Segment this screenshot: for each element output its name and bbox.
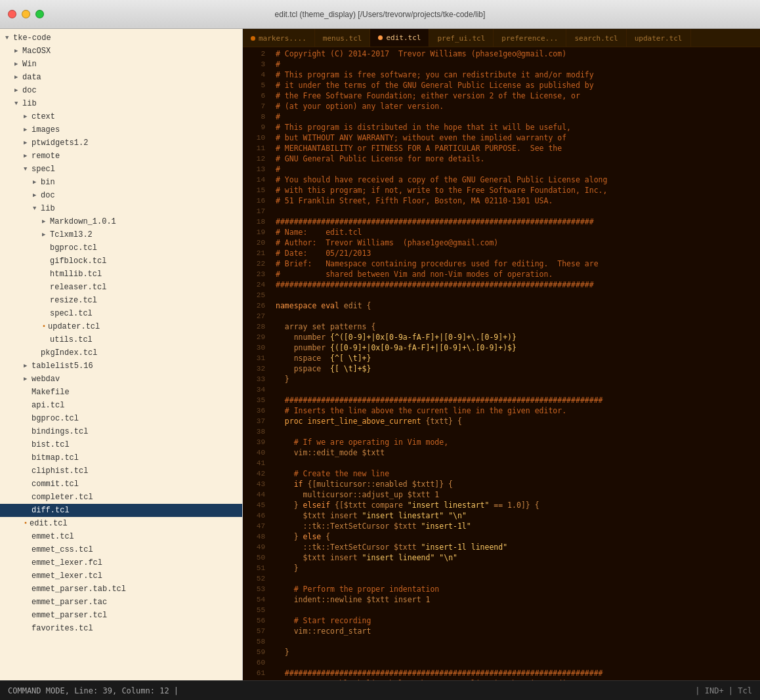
code-area: 2 3 4 5 6 7 8 9 10 11 12 13 14 15 16 17 … <box>243 47 760 680</box>
tree-item-label: Win <box>22 58 37 70</box>
list-item[interactable]: ▶ remote <box>0 150 242 163</box>
tree-item-label: specl.tcl <box>50 308 93 319</box>
tab-pref-ui[interactable]: pref_ui.tcl <box>429 29 494 47</box>
tree-item-label: diff.tcl <box>32 504 70 516</box>
list-item[interactable]: ▶ webdav <box>0 373 242 386</box>
tab-search[interactable]: search.tcl <box>566 29 626 47</box>
list-item[interactable]: ▶ MacOSX <box>0 45 242 58</box>
tree-item-label: htmllib.tcl <box>50 268 102 280</box>
expand-arrow: ▶ <box>33 176 41 188</box>
list-item[interactable]: ▶ emmet_lexer.tcl <box>0 569 242 583</box>
tab-updater[interactable]: updater.tcl <box>627 29 691 47</box>
tabs-bar: markers.... menus.tcl edit.tcl pref_ui.t… <box>243 29 760 47</box>
list-item[interactable]: ▶ ctext <box>0 110 242 123</box>
list-item[interactable]: ▶ tablelist5.16 <box>0 360 242 373</box>
expand-arrow: ▶ <box>14 72 22 83</box>
tree-item-label: emmet_parser.tab.tcl <box>32 583 126 595</box>
tree-item-label: emmet_lexer.tcl <box>32 570 102 582</box>
list-item[interactable]: ▶ resize.tcl <box>0 294 242 307</box>
main-layout: ▼ tke-code ▶ MacOSX ▶ Win ▶ data ▶ doc ▼… <box>0 29 760 680</box>
tree-root[interactable]: ▼ tke-code <box>0 31 242 45</box>
list-item[interactable]: ▶ emmet_css.tcl <box>0 543 242 556</box>
list-item[interactable]: ▪ updater.tcl <box>0 320 242 333</box>
expand-arrow: ▶ <box>24 360 32 372</box>
tab-edit[interactable]: edit.tcl <box>370 29 429 47</box>
file-indicator-icon: ▪ <box>24 518 28 529</box>
list-item[interactable]: ▶ emmet.tcl <box>0 530 242 543</box>
expand-arrow: ▼ <box>5 32 13 44</box>
tab-label: preference... <box>501 34 558 43</box>
list-item[interactable]: ▶ diff.tcl <box>0 504 242 517</box>
list-item[interactable]: ▶ emmet_lexer.fcl <box>0 556 242 569</box>
status-bar: COMMAND MODE, Line: 39, Column: 12 | | I… <box>0 680 760 700</box>
expand-arrow: ▶ <box>33 190 41 201</box>
status-left: COMMAND MODE, Line: 39, Column: 12 | <box>8 686 179 695</box>
list-item[interactable]: ▶ data <box>0 71 242 84</box>
list-item[interactable]: ▼ specl <box>0 163 242 176</box>
close-button[interactable] <box>8 10 16 18</box>
list-item[interactable]: ▶ doc <box>0 84 242 97</box>
tree-item-label: doc <box>22 85 37 96</box>
tree-item-label: bist.tcl <box>32 439 70 451</box>
list-item[interactable]: ▼ lib <box>0 97 242 110</box>
list-item[interactable]: ▶ emmet_parser.tcl <box>0 609 242 622</box>
file-tree: ▼ tke-code ▶ MacOSX ▶ Win ▶ data ▶ doc ▼… <box>0 29 243 680</box>
expand-arrow: ▼ <box>24 163 32 175</box>
tree-item-label: cliphist.tcl <box>32 465 88 477</box>
list-item[interactable]: ▶ releaser.tcl <box>0 281 242 294</box>
tab-label: markers.... <box>259 34 306 43</box>
list-item[interactable]: ▶ htmllib.tcl <box>0 268 242 281</box>
maximize-button[interactable] <box>35 10 44 18</box>
list-item[interactable]: ▶ specl.tcl <box>0 307 242 320</box>
tree-item-label: emmet_parser.tac <box>32 596 107 608</box>
tab-preference[interactable]: preference... <box>494 29 566 47</box>
list-item[interactable]: ▶ doc <box>0 189 242 202</box>
list-item[interactable]: ▪ edit.tcl <box>0 517 242 530</box>
expand-arrow: ▼ <box>33 203 41 215</box>
list-item[interactable]: ▼ lib <box>0 202 242 215</box>
tree-item-label: edit.tcl <box>30 518 68 529</box>
list-item[interactable]: ▶ emmet_parser.tab.tcl <box>0 583 242 596</box>
tree-item-label: completer.tcl <box>32 491 93 503</box>
tree-item-label: resize.tcl <box>50 295 97 306</box>
code-editor[interactable]: # Copyright (C) 2014-2017 Trevor William… <box>270 47 760 680</box>
list-item[interactable]: ▶ ptwidgets1.2 <box>0 136 242 150</box>
tree-item-label: Markdown_1.0.1 <box>50 216 116 228</box>
tree-item-label: images <box>32 124 60 136</box>
list-item[interactable]: ▶ bindings.tcl <box>0 425 242 438</box>
expand-arrow: ▶ <box>24 124 32 136</box>
list-item[interactable]: ▶ commit.tcl <box>0 478 242 491</box>
window-title: edit.tcl (theme_display) [/Users/trevorw… <box>275 10 486 19</box>
tree-item-label: ctext <box>32 111 55 123</box>
tree-item-label: utils.tcl <box>50 334 93 346</box>
list-item[interactable]: ▶ completer.tcl <box>0 491 242 504</box>
tree-item-label: bindings.tcl <box>32 426 88 438</box>
tree-item-label: Tclxml3.2 <box>50 229 93 241</box>
list-item[interactable]: ▶ pkgIndex.tcl <box>0 346 242 360</box>
tree-item-label: bin <box>41 176 55 188</box>
tree-item-label: commit.tcl <box>32 478 79 490</box>
list-item[interactable]: ▶ emmet_parser.tac <box>0 596 242 609</box>
minimize-button[interactable] <box>22 10 30 18</box>
tree-item-label: MacOSX <box>22 45 51 57</box>
tab-label: search.tcl <box>574 34 618 43</box>
list-item[interactable]: ▶ Markdown_1.0.1 <box>0 215 242 228</box>
tree-item-label: lib <box>22 98 37 110</box>
list-item[interactable]: ▶ bitmap.tcl <box>0 451 242 464</box>
tree-item-label: specl <box>32 163 55 175</box>
tab-markers[interactable]: markers.... <box>243 29 315 47</box>
list-item[interactable]: ▶ favorites.tcl <box>0 622 242 635</box>
list-item[interactable]: ▶ cliphist.tcl <box>0 464 242 478</box>
list-item[interactable]: ▶ Tclxml3.2 <box>0 228 242 241</box>
list-item[interactable]: ▶ Win <box>0 58 242 71</box>
list-item[interactable]: ▶ bin <box>0 176 242 189</box>
list-item[interactable]: ▶ Makefile <box>0 386 242 399</box>
list-item[interactable]: ▶ gifblock.tcl <box>0 255 242 268</box>
tab-menus[interactable]: menus.tcl <box>315 29 371 47</box>
list-item[interactable]: ▶ api.tcl <box>0 399 242 412</box>
list-item[interactable]: ▶ images <box>0 123 242 136</box>
list-item[interactable]: ▶ bgproc.tcl <box>0 412 242 425</box>
list-item[interactable]: ▶ bist.tcl <box>0 438 242 451</box>
list-item[interactable]: ▶ bgproc.tcl <box>0 241 242 255</box>
list-item[interactable]: ▶ utils.tcl <box>0 333 242 346</box>
